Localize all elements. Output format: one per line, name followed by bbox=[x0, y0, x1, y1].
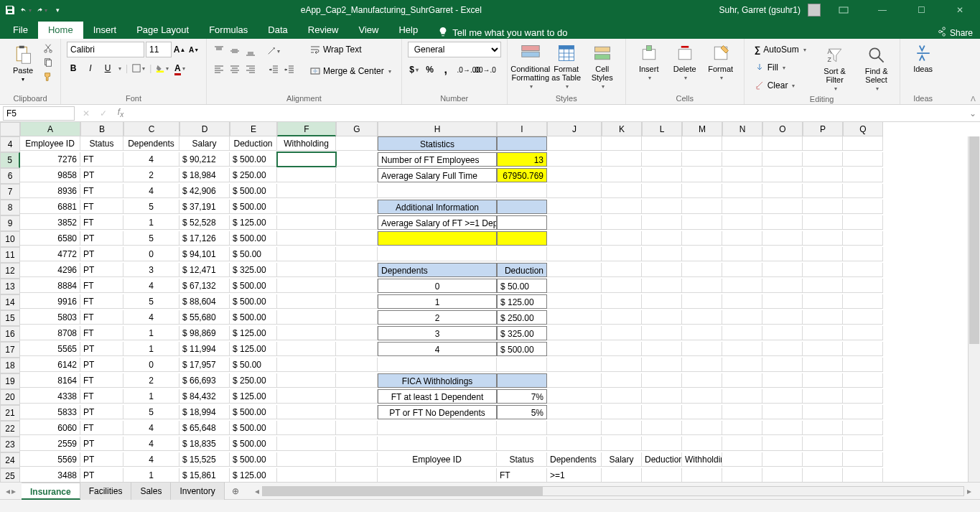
cell-G14[interactable] bbox=[336, 294, 378, 309]
insert-cells-button[interactable]: Insert bbox=[632, 42, 666, 81]
cell-D17[interactable]: $ 11,994 bbox=[179, 342, 230, 356]
cell-C7[interactable]: 4 bbox=[123, 184, 179, 198]
col-header-P[interactable]: P bbox=[803, 122, 843, 136]
select-all-corner[interactable] bbox=[0, 122, 20, 136]
cell-A12[interactable]: 4296 bbox=[20, 263, 80, 277]
cell-G6[interactable] bbox=[336, 168, 378, 182]
cell-A15[interactable]: 5803 bbox=[20, 310, 80, 325]
cell-P5[interactable] bbox=[803, 152, 843, 167]
horizontal-scrollbar[interactable]: ◂ ▸ bbox=[246, 486, 980, 496]
cell-M14[interactable] bbox=[682, 294, 722, 309]
cell-P4[interactable] bbox=[803, 136, 843, 151]
cell-B15[interactable]: FT bbox=[80, 310, 123, 325]
cell-H6[interactable]: Average Salary Full Time bbox=[378, 168, 497, 182]
cell-N14[interactable] bbox=[722, 294, 762, 309]
sheet-nav-first-icon[interactable]: ◂ bbox=[6, 486, 10, 496]
cell-M22[interactable] bbox=[682, 421, 722, 435]
maximize-icon[interactable]: ☐ bbox=[905, 0, 937, 20]
bold-icon[interactable]: B bbox=[67, 62, 80, 75]
cell-G10[interactable] bbox=[336, 231, 378, 246]
cell-F19[interactable] bbox=[277, 373, 336, 388]
cell-F11[interactable] bbox=[277, 247, 336, 261]
cell-O25[interactable] bbox=[762, 468, 803, 482]
cell-O15[interactable] bbox=[762, 310, 803, 325]
cell-I22[interactable] bbox=[497, 421, 547, 435]
cell-B24[interactable]: PT bbox=[80, 452, 123, 467]
formula-input[interactable] bbox=[129, 106, 966, 121]
cell-E17[interactable]: $ 125.00 bbox=[230, 342, 277, 356]
cell-M8[interactable] bbox=[682, 200, 722, 214]
cell-J8[interactable] bbox=[547, 200, 602, 214]
cell-K4[interactable] bbox=[602, 136, 642, 151]
cell-I15[interactable]: $ 250.00 bbox=[497, 310, 547, 325]
cell-E10[interactable]: $ 500.00 bbox=[230, 231, 277, 246]
align-center-icon[interactable] bbox=[228, 63, 241, 76]
cell-F23[interactable] bbox=[277, 437, 336, 451]
cell-A9[interactable]: 3852 bbox=[20, 215, 80, 230]
cell-A6[interactable]: 9858 bbox=[20, 168, 80, 182]
cell-A13[interactable]: 8884 bbox=[20, 279, 80, 293]
cell-C21[interactable]: 5 bbox=[123, 405, 179, 419]
cell-J24[interactable]: Dependents bbox=[547, 452, 602, 467]
cell-M7[interactable] bbox=[682, 184, 722, 198]
cell-P20[interactable] bbox=[803, 389, 843, 404]
number-format-combo[interactable]: General bbox=[408, 42, 501, 57]
align-right-icon[interactable] bbox=[244, 63, 257, 76]
cell-K5[interactable] bbox=[602, 152, 642, 167]
cell-O14[interactable] bbox=[762, 294, 803, 309]
cell-K15[interactable] bbox=[602, 310, 642, 325]
col-header-B[interactable]: B bbox=[80, 122, 123, 136]
cell-K7[interactable] bbox=[602, 184, 642, 198]
cell-A4[interactable]: Employee ID bbox=[20, 136, 80, 151]
cell-D21[interactable]: $ 18,994 bbox=[179, 405, 230, 419]
cell-D4[interactable]: Salary bbox=[179, 136, 230, 151]
cell-Q19[interactable] bbox=[843, 373, 883, 388]
cell-H21[interactable]: PT or FT No Dependents bbox=[378, 405, 497, 419]
cell-P24[interactable] bbox=[803, 452, 843, 467]
cell-L11[interactable] bbox=[642, 247, 682, 261]
cell-D5[interactable]: $ 90,212 bbox=[179, 152, 230, 167]
col-header-C[interactable]: C bbox=[123, 122, 179, 136]
cell-D8[interactable]: $ 37,191 bbox=[179, 200, 230, 214]
cell-N16[interactable] bbox=[722, 326, 762, 340]
cell-M24[interactable]: Withholdings bbox=[682, 452, 722, 467]
cell-L24[interactable]: Deduction bbox=[642, 452, 682, 467]
cell-C12[interactable]: 3 bbox=[123, 263, 179, 277]
cell-G22[interactable] bbox=[336, 421, 378, 435]
cell-H24[interactable]: Employee ID bbox=[378, 452, 497, 467]
cell-C13[interactable]: 4 bbox=[123, 279, 179, 293]
row-header-9[interactable]: 9 bbox=[0, 215, 20, 231]
cell-J10[interactable] bbox=[547, 231, 602, 246]
cell-A8[interactable]: 6881 bbox=[20, 200, 80, 214]
cell-A25[interactable]: 3488 bbox=[20, 468, 80, 482]
cell-F16[interactable] bbox=[277, 326, 336, 340]
cell-B4[interactable]: Status bbox=[80, 136, 123, 151]
tab-page-layout[interactable]: Page Layout bbox=[126, 22, 199, 39]
cell-E14[interactable]: $ 500.00 bbox=[230, 294, 277, 309]
cell-B19[interactable]: FT bbox=[80, 373, 123, 388]
cell-I19[interactable] bbox=[497, 373, 547, 388]
cell-O6[interactable] bbox=[762, 168, 803, 182]
cell-K19[interactable] bbox=[602, 373, 642, 388]
row-header-15[interactable]: 15 bbox=[0, 310, 20, 326]
cell-A18[interactable]: 6142 bbox=[20, 358, 80, 372]
cell-B7[interactable]: FT bbox=[80, 184, 123, 198]
row-header-21[interactable]: 21 bbox=[0, 405, 20, 421]
cell-C22[interactable]: 4 bbox=[123, 421, 179, 435]
decrease-decimal-icon[interactable]: .00→.0 bbox=[478, 63, 491, 76]
cell-P14[interactable] bbox=[803, 294, 843, 309]
cell-M4[interactable] bbox=[682, 136, 722, 151]
cell-B23[interactable]: PT bbox=[80, 437, 123, 451]
cell-N18[interactable] bbox=[722, 358, 762, 372]
cell-L17[interactable] bbox=[642, 342, 682, 356]
cell-E13[interactable]: $ 500.00 bbox=[230, 279, 277, 293]
tab-help[interactable]: Help bbox=[388, 22, 428, 39]
row-header-19[interactable]: 19 bbox=[0, 373, 20, 389]
cell-M12[interactable] bbox=[682, 263, 722, 277]
cell-C15[interactable]: 4 bbox=[123, 310, 179, 325]
cell-E6[interactable]: $ 250.00 bbox=[230, 168, 277, 182]
cell-D12[interactable]: $ 12,471 bbox=[179, 263, 230, 277]
cell-B10[interactable]: PT bbox=[80, 231, 123, 246]
cell-K11[interactable] bbox=[602, 247, 642, 261]
sheet-tab-inventory[interactable]: Inventory bbox=[171, 483, 224, 500]
